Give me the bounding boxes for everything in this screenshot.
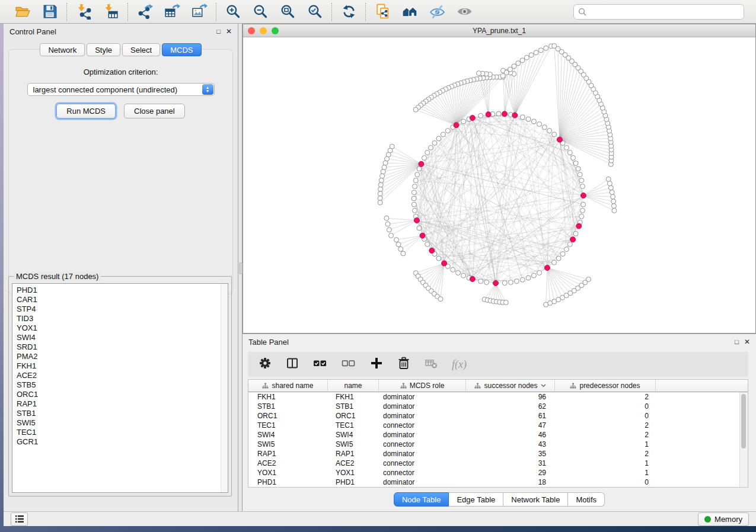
- delete-table-button[interactable]: [425, 357, 438, 372]
- zoom-out-button[interactable]: [251, 3, 269, 21]
- minimize-window-icon[interactable]: [260, 27, 267, 34]
- table-panel: Table Panel □ ✕: [243, 334, 756, 511]
- result-node-item[interactable]: PHD1: [17, 286, 228, 295]
- search-input[interactable]: [589, 7, 739, 17]
- table-cell: dominator: [379, 430, 466, 440]
- table-row[interactable]: YOX1YOX1connector291: [248, 468, 748, 477]
- table-row[interactable]: ACE2ACE2connector311: [248, 459, 748, 468]
- column-type-icon: [400, 383, 407, 389]
- result-node-item[interactable]: CAR1: [17, 295, 228, 305]
- table-cell: 47: [466, 421, 555, 430]
- import-network-button[interactable]: [75, 3, 92, 21]
- result-node-item[interactable]: FKH1: [17, 361, 228, 371]
- result-node-item[interactable]: ACE2: [17, 371, 228, 380]
- apply-function-button[interactable]: f(x): [452, 358, 467, 371]
- column-header-MCDS-role[interactable]: MCDS role: [379, 380, 466, 392]
- tab-network-table[interactable]: Network Table: [503, 492, 568, 507]
- task-history-button[interactable]: [11, 512, 28, 526]
- result-node-item[interactable]: RAP1: [17, 399, 228, 409]
- open-file-button[interactable]: [14, 3, 31, 21]
- table-cell: [656, 392, 748, 402]
- table-row[interactable]: PHD1PHD1dominator180: [248, 477, 748, 487]
- table-scrollbar-thumb[interactable]: [741, 394, 746, 448]
- add-column-button[interactable]: [370, 357, 383, 372]
- result-node-item[interactable]: SRD1: [17, 342, 228, 352]
- panel-splitter[interactable]: [238, 24, 243, 511]
- table-cell: TEC1: [328, 421, 379, 430]
- zoom-fit-button[interactable]: [279, 3, 296, 21]
- result-node-item[interactable]: STB5: [17, 380, 228, 390]
- close-window-icon[interactable]: [248, 27, 255, 34]
- tab-edge-table[interactable]: Edge Table: [449, 492, 503, 507]
- result-node-item[interactable]: SWI4: [17, 333, 228, 342]
- hide-selected-button[interactable]: [428, 3, 446, 21]
- mcds-result-group: MCDS result (17 nodes) PHD1CAR1STP4TID3Y…: [8, 276, 232, 496]
- table-row[interactable]: ORC1ORC1dominator610: [248, 411, 748, 421]
- import-table-button[interactable]: [102, 3, 120, 21]
- result-node-item[interactable]: YOX1: [17, 323, 228, 333]
- column-header-successor-nodes[interactable]: successor nodes: [466, 380, 555, 392]
- table-scrollbar[interactable]: [739, 392, 748, 487]
- column-type-icon: [570, 383, 576, 389]
- table-row[interactable]: STB1STB1dominator620: [248, 402, 748, 411]
- result-node-item[interactable]: PMA2: [17, 352, 228, 361]
- tab-network[interactable]: Network: [40, 43, 85, 56]
- export-image-button[interactable]: [190, 3, 208, 21]
- mcds-result-title: MCDS result (17 nodes): [14, 272, 101, 281]
- result-node-item[interactable]: SWI5: [17, 418, 228, 428]
- close-panel-icon[interactable]: ✕: [226, 28, 232, 35]
- table-row[interactable]: RAP1RAP1dominator352: [248, 449, 748, 459]
- table-row[interactable]: SWI4SWI4dominator462: [248, 430, 748, 440]
- sort-chevron-icon: [541, 384, 546, 387]
- save-session-button[interactable]: [41, 3, 59, 21]
- float-table-panel-icon[interactable]: □: [735, 339, 739, 345]
- criterion-select[interactable]: largest connected component (undirected)…: [27, 83, 215, 96]
- zoom-selected-button[interactable]: [306, 3, 324, 21]
- table-row[interactable]: TEC1TEC1connector472: [248, 421, 748, 430]
- tab-motifs[interactable]: Motifs: [568, 492, 605, 507]
- tab-select[interactable]: Select: [122, 43, 160, 56]
- network-graph[interactable]: [243, 37, 755, 333]
- split-column-button[interactable]: [286, 357, 299, 372]
- column-header-name[interactable]: name: [328, 380, 379, 392]
- network-window-titlebar: YPA_prune.txt_1: [243, 24, 755, 37]
- result-node-item[interactable]: ORC1: [17, 390, 228, 399]
- memory-label: Memory: [714, 515, 742, 524]
- result-node-item[interactable]: GCR1: [17, 437, 228, 447]
- duplicate-network-button[interactable]: [374, 3, 391, 21]
- first-neighbors-button[interactable]: [401, 3, 419, 21]
- mcds-result-list[interactable]: PHD1CAR1STP4TID3YOX1SWI4SRD1PMA2FKH1ACE2…: [12, 283, 228, 493]
- maximize-window-icon[interactable]: [272, 27, 279, 34]
- result-node-item[interactable]: STB1: [17, 409, 228, 418]
- control-panel-title: Control Panel: [9, 27, 56, 36]
- export-network-button[interactable]: [136, 3, 154, 21]
- deselect-all-rows-button[interactable]: [342, 357, 356, 372]
- refresh-layout-button[interactable]: [340, 3, 358, 21]
- select-all-rows-button[interactable]: [313, 357, 327, 372]
- float-panel-icon[interactable]: □: [216, 28, 221, 35]
- search-field[interactable]: [573, 4, 744, 20]
- run-mcds-button[interactable]: Run MCDS: [56, 104, 116, 118]
- column-header-shared-name[interactable]: shared name: [248, 380, 328, 392]
- close-panel-button[interactable]: Close panel: [124, 104, 185, 118]
- result-list-scrollbar[interactable]: [221, 284, 228, 492]
- table-row[interactable]: SWI5SWI5connector431: [248, 440, 748, 449]
- column-header-predecessor-nodes[interactable]: predecessor nodes: [555, 380, 656, 392]
- tab-mcds[interactable]: MCDS: [162, 43, 201, 56]
- result-node-item[interactable]: TEC1: [17, 428, 228, 437]
- result-node-item[interactable]: TID3: [17, 314, 228, 323]
- tab-style[interactable]: Style: [87, 43, 120, 56]
- memory-button[interactable]: Memory: [698, 512, 749, 526]
- zoom-in-button[interactable]: [224, 3, 242, 21]
- table-row[interactable]: FKH1FKH1dominator962: [248, 392, 748, 402]
- network-canvas[interactable]: [243, 37, 755, 333]
- table-settings-button[interactable]: [259, 357, 272, 372]
- close-table-panel-icon[interactable]: ✕: [744, 339, 750, 345]
- delete-column-button[interactable]: [397, 357, 410, 372]
- export-table-button[interactable]: [163, 3, 181, 21]
- tab-node-table[interactable]: Node Table: [394, 492, 449, 507]
- table-header-row: shared namenameMCDS rolesuccessor nodesp…: [248, 380, 748, 392]
- table-cell: 0: [555, 411, 656, 421]
- show-all-button[interactable]: [455, 3, 473, 21]
- result-node-item[interactable]: STP4: [17, 305, 228, 314]
